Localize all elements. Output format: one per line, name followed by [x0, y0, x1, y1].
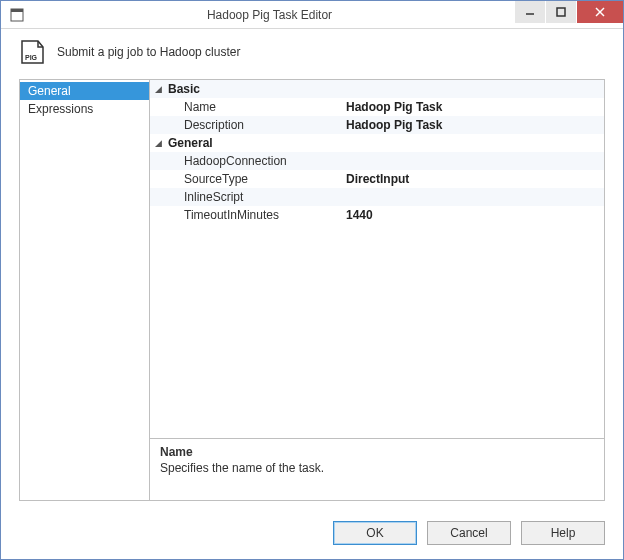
- property-row-sourcetype[interactable]: SourceType DirectInput: [150, 170, 604, 188]
- help-button[interactable]: Help: [521, 521, 605, 545]
- property-label: InlineScript: [166, 190, 346, 204]
- sidebar-item-general[interactable]: General: [20, 82, 149, 100]
- content-area: General Expressions ◢ Basic Name Hadoop …: [19, 79, 605, 501]
- footer: OK Cancel Help: [1, 511, 623, 559]
- property-label: Name: [166, 100, 346, 114]
- collapse-icon[interactable]: ◢: [150, 138, 166, 148]
- property-row-hadoopconnection[interactable]: HadoopConnection: [150, 152, 604, 170]
- window-title: Hadoop Pig Task Editor: [25, 8, 514, 22]
- sidebar-item-expressions[interactable]: Expressions: [20, 100, 149, 118]
- property-label: SourceType: [166, 172, 346, 186]
- property-value[interactable]: Hadoop Pig Task: [346, 118, 604, 132]
- property-value[interactable]: DirectInput: [346, 172, 604, 186]
- property-panel: ◢ Basic Name Hadoop Pig Task Description…: [150, 80, 604, 500]
- property-label: HadoopConnection: [166, 154, 346, 168]
- property-grid: ◢ Basic Name Hadoop Pig Task Description…: [150, 80, 604, 438]
- editor-window: Hadoop Pig Task Editor PIG Su: [0, 0, 624, 560]
- category-label: Basic: [166, 82, 346, 96]
- window-controls: [514, 1, 623, 28]
- collapse-icon[interactable]: ◢: [150, 84, 166, 94]
- property-label: Description: [166, 118, 346, 132]
- property-row-description[interactable]: Description Hadoop Pig Task: [150, 116, 604, 134]
- maximize-button[interactable]: [546, 1, 576, 23]
- app-icon: [9, 7, 25, 23]
- category-row-general[interactable]: ◢ General: [150, 134, 604, 152]
- header: PIG Submit a pig job to Hadoop cluster: [1, 29, 623, 79]
- cancel-button[interactable]: Cancel: [427, 521, 511, 545]
- minimize-button[interactable]: [515, 1, 545, 23]
- description-title: Name: [160, 445, 594, 459]
- property-value[interactable]: 1440: [346, 208, 604, 222]
- svg-text:PIG: PIG: [25, 54, 38, 61]
- header-subtitle: Submit a pig job to Hadoop cluster: [57, 45, 240, 59]
- property-label: TimeoutInMinutes: [166, 208, 346, 222]
- description-panel: Name Specifies the name of the task.: [150, 438, 604, 500]
- close-button[interactable]: [577, 1, 623, 23]
- sidebar: General Expressions: [20, 80, 150, 500]
- property-value[interactable]: Hadoop Pig Task: [346, 100, 604, 114]
- property-row-name[interactable]: Name Hadoop Pig Task: [150, 98, 604, 116]
- property-row-timeoutinminutes[interactable]: TimeoutInMinutes 1440: [150, 206, 604, 224]
- property-row-inlinescript[interactable]: InlineScript: [150, 188, 604, 206]
- category-row-basic[interactable]: ◢ Basic: [150, 80, 604, 98]
- titlebar: Hadoop Pig Task Editor: [1, 1, 623, 29]
- svg-rect-3: [557, 8, 565, 16]
- pig-icon: PIG: [19, 39, 45, 65]
- description-body: Specifies the name of the task.: [160, 461, 594, 475]
- svg-rect-1: [11, 9, 23, 12]
- ok-button[interactable]: OK: [333, 521, 417, 545]
- category-label: General: [166, 136, 346, 150]
